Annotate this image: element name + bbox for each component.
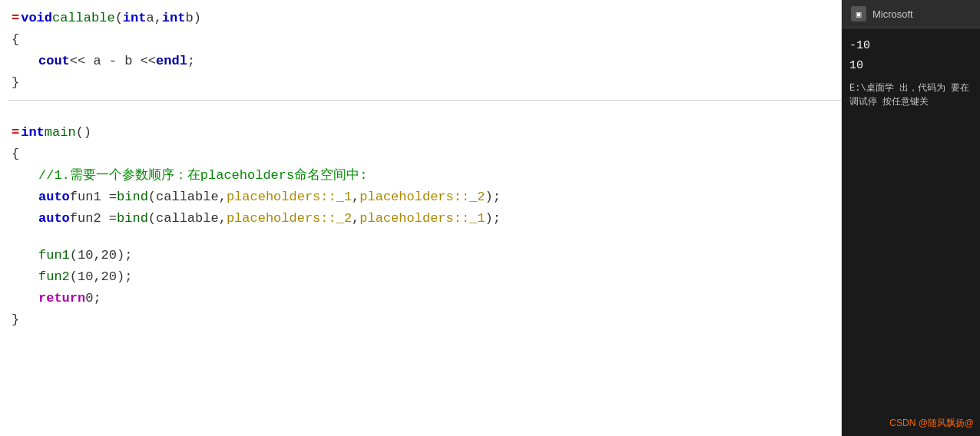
- code-token: (): [76, 122, 91, 143]
- code-line: auto fun1 = bind(callable, placeholders:…: [8, 187, 841, 208]
- code-content: =void callable(int a, int b){cout << a -…: [0, 0, 841, 339]
- code-token: {: [12, 144, 19, 164]
- terminal-path: E:\桌面学 出，代码为 要在调试停 按任意键关: [849, 81, 972, 109]
- code-token: auto: [38, 187, 70, 207]
- code-token: (callable,: [148, 187, 227, 207]
- code-token: return: [38, 288, 85, 309]
- code-line: =int main(): [8, 122, 841, 144]
- code-token: placeholders::_2: [227, 208, 352, 229]
- code-line: =void callable(int a, int b): [8, 8, 841, 29]
- code-token: (10,20);: [70, 245, 133, 266]
- code-token: bind: [117, 208, 148, 229]
- code-token: {: [12, 29, 19, 50]
- code-line: {: [8, 29, 841, 51]
- terminal-title: Microsoft: [872, 8, 913, 20]
- code-token: placeholders::_1: [227, 187, 352, 207]
- code-token: //1.需要一个参数顺序：在placeholders命名空间中:: [38, 165, 367, 186]
- code-token: placeholders::_2: [359, 187, 485, 207]
- terminal-body: -10 10 E:\桌面学 出，代码为 要在调试停 按任意键关: [842, 28, 980, 117]
- code-token: fun1: [38, 245, 70, 266]
- code-token: ;: [187, 51, 195, 71]
- code-token: int: [123, 8, 147, 28]
- code-line: {: [8, 144, 841, 165]
- line-marker: =: [12, 122, 19, 143]
- code-line: auto fun2 = bind(callable, placeholders:…: [8, 208, 841, 230]
- code-token: int: [162, 8, 186, 28]
- code-separator: [8, 100, 841, 101]
- code-token: fun2: [38, 266, 70, 287]
- code-line: fun1(10,20);: [8, 245, 841, 266]
- terminal-header: ▣ Microsoft: [842, 0, 980, 28]
- code-line: fun2(10,20);: [8, 266, 841, 288]
- code-token: int: [21, 122, 45, 143]
- blank-line: [8, 230, 841, 245]
- code-token: ,: [352, 187, 359, 207]
- csdn-watermark: CSDN @随风飘扬@: [889, 417, 974, 430]
- code-token: (callable,: [148, 208, 227, 229]
- code-token: fun1 =: [70, 187, 117, 207]
- code-token: (10,20);: [70, 266, 133, 287]
- code-line: return 0;: [8, 288, 841, 309]
- code-token: main: [45, 122, 76, 143]
- code-token: b): [185, 8, 200, 28]
- code-token: );: [485, 187, 501, 207]
- code-token: auto: [38, 208, 70, 229]
- code-token: );: [485, 208, 501, 229]
- terminal-icon-symbol: ▣: [856, 9, 862, 19]
- line-marker: =: [12, 8, 19, 28]
- code-token: a,: [146, 8, 161, 28]
- code-token: endl: [156, 51, 187, 71]
- code-line: cout << a - b << endl;: [8, 51, 841, 72]
- code-token: placeholders::_1: [359, 208, 485, 229]
- code-token: << a - b <<: [70, 51, 156, 71]
- terminal-icon: ▣: [851, 6, 866, 21]
- code-token: }: [12, 309, 19, 330]
- code-token: bind: [117, 187, 148, 207]
- code-line: }: [8, 72, 841, 94]
- code-line: }: [8, 309, 841, 331]
- code-token: cout: [38, 51, 70, 71]
- code-token: void: [21, 8, 52, 28]
- blank-line: [8, 107, 841, 122]
- code-line: //1.需要一个参数顺序：在placeholders命名空间中:: [8, 165, 841, 187]
- code-token: fun2 =: [70, 208, 117, 229]
- code-token: callable: [52, 8, 115, 28]
- code-token: 0;: [85, 288, 101, 309]
- terminal-panel: ▣ Microsoft -10 10 E:\桌面学 出，代码为 要在调试停 按任…: [842, 0, 980, 436]
- code-token: }: [12, 72, 19, 93]
- code-token: (: [115, 8, 123, 28]
- terminal-output-line2: 10: [849, 56, 972, 76]
- code-token: ,: [352, 208, 359, 229]
- code-panel: =void callable(int a, int b){cout << a -…: [0, 0, 842, 436]
- terminal-output-line1: -10: [849, 36, 972, 56]
